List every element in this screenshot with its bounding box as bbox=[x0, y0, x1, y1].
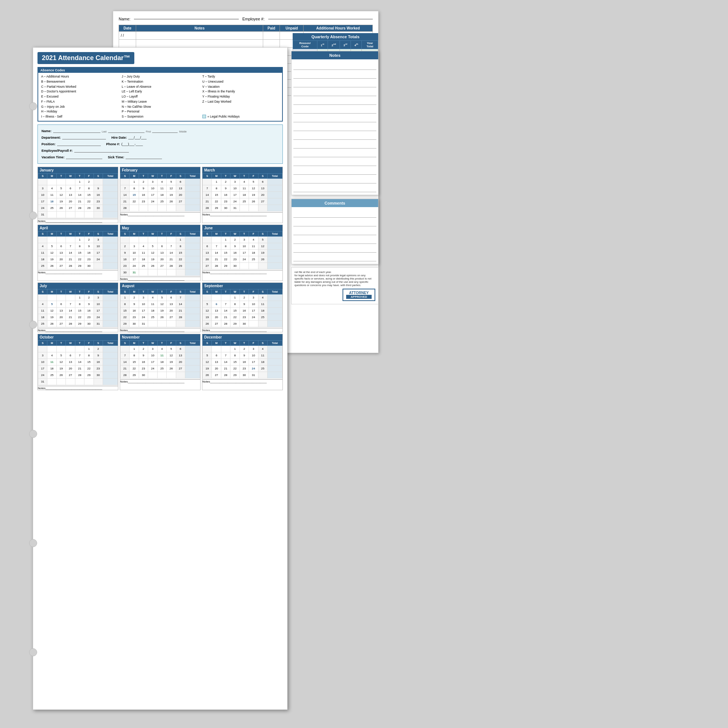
calendar-day: 2 bbox=[230, 236, 240, 243]
month-header: December bbox=[202, 334, 283, 340]
calendar-day: 9 bbox=[221, 185, 230, 191]
comments-panel: Comments bbox=[291, 199, 379, 264]
month-notes: Notes___________________________________ bbox=[202, 212, 283, 216]
calendar-day: 21 bbox=[121, 365, 130, 372]
day-header: W bbox=[148, 289, 157, 294]
calendar-day: 18 bbox=[148, 307, 157, 314]
calendar-day bbox=[121, 236, 130, 243]
calendar-day bbox=[157, 269, 166, 275]
calendar-day bbox=[203, 346, 212, 352]
month-header: January bbox=[38, 167, 118, 173]
calendar-day: 16 bbox=[84, 249, 93, 256]
calendar-day: 23 bbox=[121, 262, 130, 269]
total-cell bbox=[267, 294, 282, 301]
calendar-day: 14 bbox=[167, 249, 176, 256]
calendar-day: 20 bbox=[203, 256, 212, 262]
calendar-day bbox=[66, 178, 75, 185]
calendar-day: 11 bbox=[240, 185, 249, 191]
day-header: W bbox=[230, 231, 240, 236]
absence-code-item: I – Illness - Self bbox=[41, 114, 118, 119]
calendar-day: 25 bbox=[258, 314, 267, 320]
calendar-day bbox=[249, 205, 258, 211]
hire-label: Hire Date: bbox=[112, 136, 127, 139]
first-sublabel: First bbox=[146, 130, 151, 133]
table-row: 10111213141516 bbox=[38, 359, 118, 365]
calendar-day bbox=[47, 346, 57, 352]
table-row: 28 bbox=[121, 205, 200, 211]
month-notes: Notes___________________________________ bbox=[120, 379, 200, 383]
dept-row: Department: Hire Date: ___/___/___ bbox=[41, 134, 279, 139]
calendar-day: 20 bbox=[57, 314, 66, 320]
payroll-label: Employee/Payroll #: bbox=[41, 149, 73, 153]
calendar-day: 11 bbox=[258, 352, 267, 359]
calendar-day: 28 bbox=[75, 372, 84, 378]
calendar-day: 26 bbox=[167, 365, 176, 372]
table-row: 1234567 bbox=[121, 294, 200, 301]
calendar-day: 21 bbox=[75, 198, 84, 205]
hole-4 bbox=[29, 430, 37, 438]
calendar-day: 28 bbox=[167, 262, 176, 269]
day-header: F bbox=[167, 231, 176, 236]
day-header: S bbox=[176, 173, 185, 178]
day-header: S bbox=[38, 340, 47, 346]
calendar-row: JulySMTWTFSTotal123456789101112131415161… bbox=[37, 283, 283, 332]
calendar-month-october: OctoberSMTWTFSTotal123456789101112131415… bbox=[37, 334, 118, 390]
total-cell bbox=[185, 314, 200, 320]
calendar-day: 4 bbox=[240, 178, 249, 185]
calendar-day bbox=[38, 346, 47, 352]
calendar-day: 22 bbox=[212, 198, 221, 205]
calendar-day: 2 bbox=[240, 346, 249, 352]
dept-field: Department: bbox=[41, 134, 106, 139]
calendar-day: 2 bbox=[221, 178, 230, 185]
calendar-day: 2 bbox=[130, 294, 139, 301]
calendar-day: 24 bbox=[38, 205, 47, 211]
calendar-day: 26 bbox=[249, 198, 258, 205]
day-header: S bbox=[176, 231, 185, 236]
calendar-day bbox=[84, 378, 93, 385]
calendar-day: 22 bbox=[75, 256, 84, 262]
total-cell bbox=[102, 236, 118, 243]
calendar-day: 16 bbox=[130, 307, 139, 314]
comments-lines bbox=[292, 207, 378, 264]
total-cell bbox=[185, 372, 200, 378]
col-date: Date bbox=[119, 25, 136, 32]
calendar-day: 9 bbox=[240, 352, 249, 359]
calendar-day: 19 bbox=[203, 314, 212, 320]
table-row: 567891011 bbox=[203, 301, 283, 307]
month-notes: Notes___________________________________ bbox=[120, 212, 200, 216]
calendar-day: 13 bbox=[57, 249, 66, 256]
total-cell bbox=[102, 365, 118, 372]
calendar-day: 9 bbox=[139, 185, 148, 191]
calendar-day: 20 bbox=[212, 314, 221, 320]
calendar-day: 20 bbox=[66, 365, 75, 372]
month-header: September bbox=[202, 283, 283, 289]
calendar-day bbox=[148, 269, 157, 275]
calendar-day: 22 bbox=[221, 256, 230, 262]
calendar-day: 15 bbox=[130, 359, 139, 365]
month-notes: Notes___________________________________ bbox=[202, 328, 283, 332]
table-row: 17181920212223 bbox=[38, 198, 118, 205]
day-header: S bbox=[93, 173, 102, 178]
calendar-day: 21 bbox=[176, 307, 185, 314]
calendar-day: 1 bbox=[212, 178, 221, 185]
calendar-day: 23 bbox=[139, 365, 148, 372]
calendar-day bbox=[66, 346, 75, 352]
calendar-day bbox=[167, 320, 176, 327]
middle-sublabel: Middle bbox=[179, 130, 187, 133]
calendar-day: 3 bbox=[93, 236, 102, 243]
table-row: 11121314151617 bbox=[38, 249, 118, 256]
day-header: S bbox=[203, 340, 212, 346]
table-row: 10111213141516 bbox=[38, 191, 118, 198]
attorney-logo: ATTORNEY APPROVED bbox=[343, 289, 375, 301]
calendar-day: 28 bbox=[66, 262, 75, 269]
hire-date-field: Hire Date: ___/___/___ bbox=[112, 136, 147, 139]
calendar-day bbox=[212, 236, 221, 243]
total-cell bbox=[102, 256, 118, 262]
calendar-day: 22 bbox=[176, 256, 185, 262]
calendar-day: 19 bbox=[167, 359, 176, 365]
day-header: Total bbox=[267, 173, 282, 178]
table-row: 25262728293031 bbox=[38, 320, 118, 327]
calendar-day: 15 bbox=[130, 191, 139, 198]
calendar-day: 29 bbox=[121, 320, 130, 327]
day-header: T bbox=[157, 173, 166, 178]
